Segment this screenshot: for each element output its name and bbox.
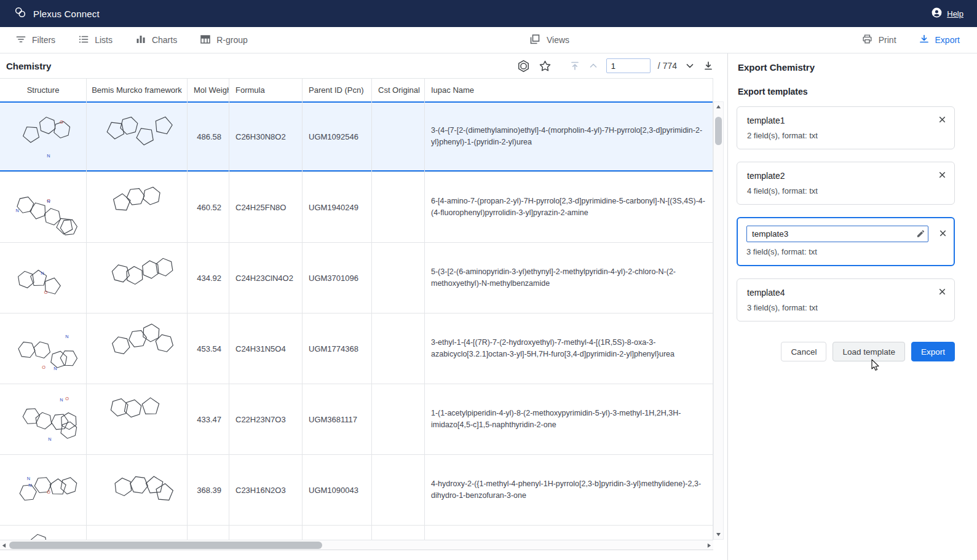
table-row[interactable]: NO 434.92 C24H23ClN4O2 UGM3701096 5-(3-[…: [0, 243, 713, 314]
svg-text:N: N: [27, 476, 30, 481]
top-navbar: Plexus Connect Help: [0, 0, 977, 27]
toolbar-center-group: Views: [529, 27, 569, 53]
help-label: Help: [947, 9, 963, 18]
toolbar-right-group: Print Export: [861, 27, 960, 53]
column-header-iupac-name[interactable]: Iupac Name: [425, 79, 713, 101]
cst-original-cell: [372, 384, 425, 454]
record-menu-chevron-icon[interactable]: [684, 60, 695, 71]
template-card-4[interactable]: template4 3 field(s), format: txt: [737, 278, 955, 321]
charts-button[interactable]: Charts: [135, 34, 177, 47]
template-name: template1: [747, 116, 944, 125]
structure-cell: NON: [0, 526, 87, 540]
table-row[interactable]: NON 453.54 C24H31N5O4 UGM1774368 3-ethyl…: [0, 314, 713, 384]
export-submit-button[interactable]: Export: [911, 342, 955, 361]
iupac-name-cell: 6-[4-amino-7-(propan-2-yl)-7H-pyrrolo[2,…: [425, 172, 713, 242]
export-button[interactable]: Export: [919, 34, 960, 47]
template-details: 2 field(s), format: txt: [747, 131, 944, 140]
structure-cell: NON: [0, 455, 87, 525]
svg-text:N: N: [28, 483, 31, 488]
template-name: template2: [747, 171, 944, 181]
scroll-up-arrow-icon[interactable]: [716, 105, 721, 109]
scroll-down-arrow-icon[interactable]: [716, 532, 721, 537]
table-row[interactable]: NON 433.47 C22H23N7O3 UGM3681117 1-(1-ac…: [0, 384, 713, 455]
table-row[interactable]: NON: [0, 526, 713, 540]
structure-image: NO: [6, 105, 80, 168]
views-button[interactable]: Views: [529, 33, 569, 47]
remove-template-icon[interactable]: [938, 115, 947, 124]
svg-text:N: N: [60, 397, 63, 403]
iupac-name-cell: 1-(1-acetylpiperidin-4-yl)-8-(2-methoxyp…: [425, 384, 713, 454]
iupac-name-cell: [425, 526, 713, 540]
lists-label: Lists: [95, 35, 113, 45]
structure-cell: NON: [0, 314, 87, 384]
column-header-structure[interactable]: Structure: [0, 79, 87, 101]
template-card-2[interactable]: template2 4 field(s), format: txt: [737, 162, 955, 205]
svg-text:O: O: [47, 489, 50, 495]
last-record-icon[interactable]: [703, 60, 714, 71]
mol-weight-cell: 434.92: [188, 243, 229, 313]
iupac-name-cell: 5-(3-[2-(6-aminopyridin-3-yl)ethynyl]-2-…: [425, 243, 713, 313]
rgroup-button[interactable]: R-group: [200, 34, 248, 47]
scroll-left-arrow-icon[interactable]: [2, 543, 6, 548]
structure-image: NON: [6, 458, 80, 522]
mol-weight-cell: 433.47: [188, 384, 229, 454]
help-button[interactable]: Help: [931, 7, 963, 21]
structure-search-icon[interactable]: [516, 59, 531, 73]
parent-id-cell: UGM1092546: [303, 101, 372, 172]
scroll-right-arrow-icon[interactable]: [707, 543, 711, 548]
horizontal-scrollbar[interactable]: [0, 540, 713, 550]
previous-record-icon[interactable]: [588, 60, 599, 71]
column-header-parent-id[interactable]: Parent ID (Pcn): [303, 79, 372, 101]
table-row[interactable]: NON 460.52 C24H25FN8O UGM1940249 6-[4-am…: [0, 172, 713, 243]
iupac-name-cell: 3-(4-{7-[2-(dimethylamino)ethyl]-4-(morp…: [425, 101, 713, 172]
template-card-1[interactable]: template1 2 field(s), format: txt: [737, 106, 955, 149]
framework-cell: [87, 526, 188, 540]
column-header-cst-original[interactable]: Cst Original: [372, 79, 425, 101]
edit-pencil-icon[interactable]: [916, 229, 925, 239]
export-panel-title: Export Chemistry: [728, 53, 977, 73]
record-number-input[interactable]: [606, 58, 651, 73]
template-name-input[interactable]: [746, 226, 928, 242]
filters-button[interactable]: Filters: [15, 34, 55, 47]
remove-template-icon[interactable]: [938, 170, 947, 179]
parent-id-cell: [303, 526, 372, 540]
column-header-framework[interactable]: Bemis Murcko framework: [87, 79, 188, 101]
column-header-formula[interactable]: Formula: [229, 79, 303, 101]
favorite-star-icon[interactable]: [538, 59, 552, 73]
cst-original-cell: [372, 243, 425, 313]
table-row[interactable]: NO 486.58 C26H30N8O2 UGM1092546 3-(4-{7-…: [0, 101, 713, 172]
framework-image: [98, 175, 176, 239]
svg-text:N: N: [47, 153, 50, 159]
first-record-icon[interactable]: [569, 60, 580, 71]
vertical-scrollbar[interactable]: [713, 101, 724, 540]
vertical-scrollbar-thumb[interactable]: [715, 117, 722, 145]
views-label: Views: [547, 35, 569, 45]
template-card-3-editing[interactable]: 3 field(s), format: txt: [737, 217, 955, 266]
column-header-mol-weight[interactable]: Mol Weigh: [188, 79, 229, 101]
cst-original-cell: [372, 526, 425, 540]
template-name: template4: [747, 288, 944, 298]
charts-label: Charts: [152, 35, 177, 45]
grid-header: Chemistry / 774: [0, 53, 727, 78]
horizontal-scrollbar-thumb[interactable]: [9, 542, 322, 549]
formula-cell: C24H23ClN4O2: [229, 243, 303, 313]
framework-cell: [87, 455, 188, 525]
app-title: Plexus Connect: [33, 9, 100, 19]
cancel-button[interactable]: Cancel: [781, 342, 826, 361]
print-button[interactable]: Print: [861, 33, 896, 47]
table-body: NO 486.58 C26H30N8O2 UGM1092546 3-(4-{7-…: [0, 101, 713, 540]
mol-weight-cell: 486.58: [188, 101, 229, 172]
template-details: 3 field(s), format: txt: [746, 247, 945, 256]
lists-button[interactable]: Lists: [78, 34, 113, 47]
table-row[interactable]: NON 368.39 C23H16N2O3 UGM1090043 4-hydro…: [0, 455, 713, 526]
parent-id-cell: UGM1090043: [303, 455, 372, 525]
page-title: Chemistry: [6, 61, 51, 71]
load-template-button[interactable]: Load template: [833, 342, 905, 361]
framework-cell: [87, 243, 188, 313]
framework-cell: [87, 384, 188, 454]
framework-cell: [87, 101, 188, 172]
structure-cell: NO: [0, 243, 87, 313]
svg-text:O: O: [65, 396, 69, 401]
remove-template-icon[interactable]: [938, 287, 947, 296]
remove-template-icon[interactable]: [938, 229, 947, 238]
